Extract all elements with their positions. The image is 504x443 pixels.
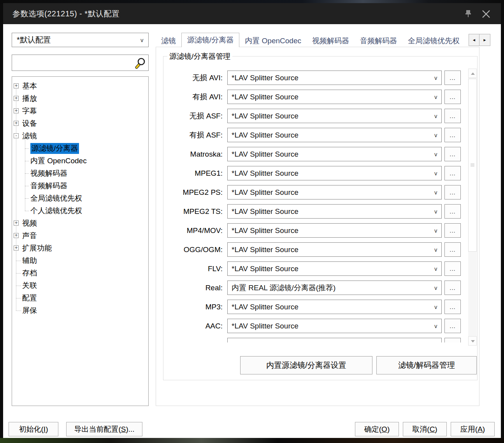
filter-row: AAC: *LAV Splitter Source v ...: [164, 316, 465, 335]
expand-plus-icon[interactable]: +: [14, 83, 19, 88]
row-label: MP3:: [164, 303, 223, 311]
window-title: 参数选项(221215) - *默认配置: [3, 9, 120, 19]
filter-select[interactable]: *LAV Splitter Source v: [227, 300, 442, 314]
tree-item-devices[interactable]: + 设备: [12, 117, 148, 130]
filter-select[interactable]: *LAV Splitter Source v: [227, 319, 442, 333]
more-options-button[interactable]: ...: [444, 281, 461, 295]
cancel-button[interactable]: 取消(C): [403, 422, 447, 436]
more-options-button[interactable]: ...: [444, 90, 461, 104]
row-label: FLAC:: [164, 341, 223, 343]
tree-item-video-decoder[interactable]: 视频解码器: [12, 167, 148, 180]
filter-select-value: *LAV Splitter Source: [232, 322, 434, 330]
tree-item-label: 视频解码器: [30, 168, 67, 178]
export-config-button[interactable]: 导出当前配置(S)...: [66, 422, 142, 436]
tab-video-decoder[interactable]: 视频解码器: [307, 34, 355, 47]
initialize-button[interactable]: 初始化(I): [9, 422, 58, 436]
filter-select[interactable]: *LAV Splitter Source v: [227, 109, 442, 123]
tab-scroll-left-icon[interactable]: ◄: [469, 34, 479, 46]
tree-item-audio[interactable]: + 声音: [12, 229, 148, 242]
more-options-button[interactable]: ...: [444, 147, 461, 161]
tree-item-extensions[interactable]: + 扩展功能: [12, 242, 148, 254]
tree-item-opencodec[interactable]: 内置 OpenCodec: [12, 155, 148, 167]
filter-select[interactable]: *LAV Splitter Source v: [227, 128, 442, 142]
tab-audio-decoder[interactable]: 音频解码器: [355, 34, 402, 47]
apply-button[interactable]: 应用(A): [451, 422, 495, 436]
filter-row: MP4/MOV: *LAV Splitter Source v ...: [164, 221, 465, 240]
more-options-button[interactable]: ...: [444, 166, 461, 180]
tree-item-label: 滤镜: [22, 131, 37, 141]
ok-button[interactable]: 确定(O): [355, 422, 399, 436]
filter-row: 有损 ASF: *LAV Splitter Source v ...: [164, 125, 465, 145]
more-options-button[interactable]: ...: [444, 185, 461, 199]
more-options-button[interactable]: ...: [444, 338, 461, 342]
tree-item-playback[interactable]: + 播放: [12, 92, 148, 105]
filter-select[interactable]: *LAV Splitter Source v: [227, 261, 442, 276]
expand-plus-icon[interactable]: +: [14, 108, 19, 113]
filter-select[interactable]: *LAV Splitter Source v: [227, 242, 442, 257]
filter-select[interactable]: *LAV Splitter Source v: [227, 185, 442, 199]
tree-item-config[interactable]: 配置: [12, 292, 148, 304]
scrollbar-thumb[interactable]: [468, 79, 477, 252]
vertical-scrollbar[interactable]: [468, 69, 477, 346]
titlebar[interactable]: 参数选项(221215) - *默认配置: [3, 3, 501, 24]
filter-select[interactable]: *LAV Splitter Source v: [227, 147, 442, 161]
filter-select[interactable]: *LAV Splitter Source v: [227, 166, 442, 180]
tab-opencodec[interactable]: 内置 OpenCodec: [239, 34, 307, 47]
tree-item-label: 视频: [22, 218, 37, 228]
tree-item-audio-decoder[interactable]: 音频解码器: [12, 180, 148, 192]
filter-codec-manage-button[interactable]: 滤镜/解码器管理: [376, 356, 477, 374]
filter-select[interactable]: *LAV Splitter Source v: [227, 338, 442, 342]
tree-item-global-filter-priority[interactable]: 全局滤镜优先权: [12, 192, 148, 205]
filter-select[interactable]: *LAV Splitter Source v: [227, 71, 442, 85]
tab-filters[interactable]: 滤镜: [156, 34, 181, 47]
more-options-button[interactable]: ...: [444, 242, 461, 257]
more-options-button[interactable]: ...: [444, 71, 461, 85]
profile-select-value: *默认配置: [17, 35, 51, 45]
button-mnemonic: C: [430, 425, 435, 434]
scroll-down-icon[interactable]: [468, 336, 477, 346]
more-options-button[interactable]: ...: [444, 109, 461, 123]
tree-item-archive[interactable]: 存档: [12, 267, 148, 279]
filter-select-value: *LAV Splitter Source: [232, 303, 434, 311]
expand-plus-icon[interactable]: +: [14, 96, 19, 101]
search-icon[interactable]: [134, 57, 146, 69]
expand-plus-icon[interactable]: +: [14, 245, 19, 251]
button-text: ): [435, 425, 437, 434]
filter-select[interactable]: *LAV Splitter Source v: [227, 223, 442, 238]
tree-item-personal-filter-priority[interactable]: 个人滤镜优先权: [12, 205, 148, 217]
more-options-button[interactable]: ...: [444, 300, 461, 314]
tree-item-filters[interactable]: - 滤镜: [12, 130, 148, 142]
filter-select[interactable]: *LAV Splitter Source v: [227, 204, 442, 219]
tree-item-subtitles[interactable]: + 字幕: [12, 105, 148, 117]
more-options-button[interactable]: ...: [444, 261, 461, 276]
more-options-button[interactable]: ...: [444, 223, 461, 238]
expand-plus-icon[interactable]: +: [14, 121, 19, 126]
search-input[interactable]: [14, 56, 131, 69]
filter-row: MP3: *LAV Splitter Source v ...: [164, 297, 465, 316]
more-options-button[interactable]: ...: [444, 204, 461, 219]
scroll-up-icon[interactable]: [468, 69, 477, 78]
expand-plus-icon[interactable]: +: [14, 233, 19, 238]
tree-item-video[interactable]: + 视频: [12, 217, 148, 229]
tree-item-screensaver[interactable]: 屏保: [12, 304, 148, 317]
tree-item-source-filter[interactable]: 源滤镜/分离器: [12, 142, 148, 155]
tab-source-filter[interactable]: 源滤镜/分离器: [181, 33, 239, 47]
more-options-button[interactable]: ...: [444, 319, 461, 333]
tab-scroll-right-icon[interactable]: ►: [479, 34, 490, 46]
tree-item-associations[interactable]: 关联: [12, 279, 148, 292]
profile-select[interactable]: *默认配置 v: [12, 33, 149, 47]
expand-plus-icon[interactable]: +: [14, 221, 19, 226]
builtin-splitter-settings-button[interactable]: 内置源滤镜/分离器设置: [240, 356, 372, 374]
tree-item-misc[interactable]: 辅助: [12, 254, 148, 267]
filter-select[interactable]: 内置 REAL 源滤镜/分离器(推荐) v: [227, 281, 442, 295]
preferences-dialog: 参数选项(221215) - *默认配置 *默认配置 v: [3, 3, 501, 438]
more-options-button[interactable]: ...: [444, 128, 461, 142]
tree-item-basic[interactable]: + 基本: [12, 80, 148, 92]
filter-select[interactable]: *LAV Splitter Source v: [227, 90, 442, 104]
close-icon[interactable]: [481, 9, 491, 19]
tab-bar: 滤镜 源滤镜/分离器 内置 OpenCodec 视频解码器 音频解码器 全局滤镜…: [156, 33, 490, 47]
chevron-down-icon: v: [434, 189, 437, 196]
collapse-minus-icon[interactable]: -: [14, 133, 19, 138]
pin-icon[interactable]: [464, 9, 473, 18]
tab-global-filter-priority[interactable]: 全局滤镜优先权: [402, 34, 465, 47]
